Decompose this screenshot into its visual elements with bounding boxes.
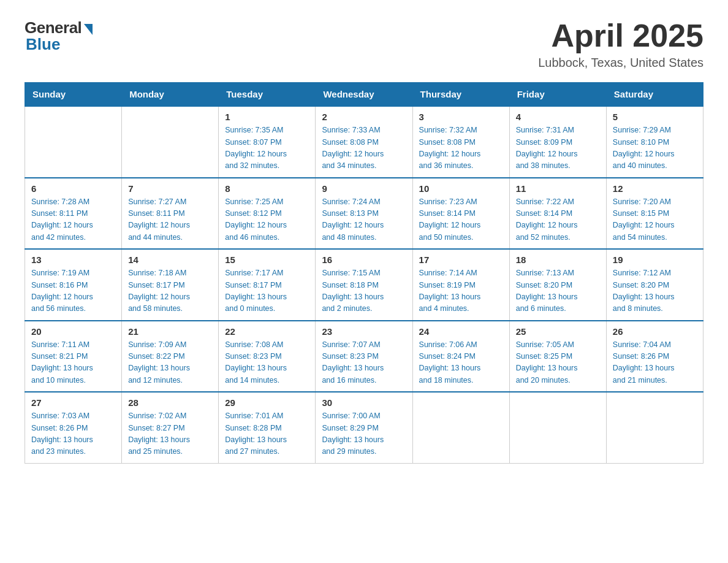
calendar-cell: 17Sunrise: 7:14 AMSunset: 8:19 PMDayligh…	[412, 249, 509, 321]
calendar-cell: 29Sunrise: 7:01 AMSunset: 8:28 PMDayligh…	[219, 392, 316, 463]
calendar-cell	[25, 106, 122, 178]
day-info: Sunrise: 7:29 AMSunset: 8:10 PMDaylight:…	[613, 124, 697, 172]
calendar-cell: 23Sunrise: 7:07 AMSunset: 8:23 PMDayligh…	[316, 321, 412, 393]
day-info: Sunrise: 7:28 AMSunset: 8:11 PMDaylight:…	[31, 196, 115, 244]
calendar-cell: 25Sunrise: 7:05 AMSunset: 8:25 PMDayligh…	[509, 321, 606, 393]
day-number: 13	[31, 255, 115, 265]
calendar-cell: 26Sunrise: 7:04 AMSunset: 8:26 PMDayligh…	[606, 321, 703, 393]
calendar-header-sunday: Sunday	[25, 83, 122, 107]
calendar-header-saturday: Saturday	[606, 83, 703, 107]
day-info: Sunrise: 7:20 AMSunset: 8:15 PMDaylight:…	[613, 196, 697, 244]
day-number: 2	[322, 112, 406, 122]
day-info: Sunrise: 7:01 AMSunset: 8:28 PMDaylight:…	[225, 410, 309, 458]
day-number: 16	[322, 255, 406, 265]
calendar-header-thursday: Thursday	[412, 83, 509, 107]
day-number: 17	[419, 255, 503, 265]
day-number: 27	[31, 397, 115, 408]
calendar-header-friday: Friday	[509, 83, 606, 107]
day-info: Sunrise: 7:17 AMSunset: 8:17 PMDaylight:…	[225, 267, 309, 315]
day-info: Sunrise: 7:22 AMSunset: 8:14 PMDaylight:…	[516, 196, 600, 244]
title-block: April 2025 Lubbock, Texas, United States	[538, 18, 703, 70]
day-number: 22	[225, 326, 309, 337]
day-info: Sunrise: 7:08 AMSunset: 8:23 PMDaylight:…	[225, 339, 309, 387]
page-header: General Blue April 2025 Lubbock, Texas, …	[25, 18, 703, 70]
calendar-cell: 5Sunrise: 7:29 AMSunset: 8:10 PMDaylight…	[606, 106, 703, 178]
day-number: 3	[419, 112, 503, 122]
day-number: 15	[225, 255, 309, 265]
day-info: Sunrise: 7:32 AMSunset: 8:08 PMDaylight:…	[419, 124, 503, 172]
week-row-3: 13Sunrise: 7:19 AMSunset: 8:16 PMDayligh…	[25, 249, 703, 321]
week-row-2: 6Sunrise: 7:28 AMSunset: 8:11 PMDaylight…	[25, 178, 703, 250]
location-text: Lubbock, Texas, United States	[538, 56, 703, 70]
calendar-cell: 2Sunrise: 7:33 AMSunset: 8:08 PMDaylight…	[316, 106, 412, 178]
day-info: Sunrise: 7:09 AMSunset: 8:22 PMDaylight:…	[128, 339, 212, 387]
day-number: 18	[516, 255, 600, 265]
calendar-cell	[122, 106, 219, 178]
week-row-1: 1Sunrise: 7:35 AMSunset: 8:07 PMDaylight…	[25, 106, 703, 178]
calendar-cell: 24Sunrise: 7:06 AMSunset: 8:24 PMDayligh…	[412, 321, 509, 393]
day-info: Sunrise: 7:25 AMSunset: 8:12 PMDaylight:…	[225, 196, 309, 244]
day-info: Sunrise: 7:23 AMSunset: 8:14 PMDaylight:…	[419, 196, 503, 244]
day-info: Sunrise: 7:13 AMSunset: 8:20 PMDaylight:…	[516, 267, 600, 315]
calendar-header-row: SundayMondayTuesdayWednesdayThursdayFrid…	[25, 83, 703, 107]
day-number: 20	[31, 326, 115, 337]
day-info: Sunrise: 7:06 AMSunset: 8:24 PMDaylight:…	[419, 339, 503, 387]
day-info: Sunrise: 7:12 AMSunset: 8:20 PMDaylight:…	[613, 267, 697, 315]
month-title: April 2025	[538, 18, 703, 53]
calendar-cell: 28Sunrise: 7:02 AMSunset: 8:27 PMDayligh…	[122, 392, 219, 463]
calendar-header-wednesday: Wednesday	[316, 83, 412, 107]
day-info: Sunrise: 7:33 AMSunset: 8:08 PMDaylight:…	[322, 124, 406, 172]
day-number: 28	[128, 397, 212, 408]
day-number: 25	[516, 326, 600, 337]
day-info: Sunrise: 7:19 AMSunset: 8:16 PMDaylight:…	[31, 267, 115, 315]
logo-arrow-icon	[84, 24, 93, 35]
calendar-cell: 21Sunrise: 7:09 AMSunset: 8:22 PMDayligh…	[122, 321, 219, 393]
day-number: 7	[128, 183, 212, 194]
day-info: Sunrise: 7:03 AMSunset: 8:26 PMDaylight:…	[31, 410, 115, 458]
day-info: Sunrise: 7:18 AMSunset: 8:17 PMDaylight:…	[128, 267, 212, 315]
day-info: Sunrise: 7:15 AMSunset: 8:18 PMDaylight:…	[322, 267, 406, 315]
calendar-cell: 11Sunrise: 7:22 AMSunset: 8:14 PMDayligh…	[509, 178, 606, 250]
calendar-table: SundayMondayTuesdayWednesdayThursdayFrid…	[25, 82, 703, 464]
day-info: Sunrise: 7:11 AMSunset: 8:21 PMDaylight:…	[31, 339, 115, 387]
day-info: Sunrise: 7:05 AMSunset: 8:25 PMDaylight:…	[516, 339, 600, 387]
day-info: Sunrise: 7:07 AMSunset: 8:23 PMDaylight:…	[322, 339, 406, 387]
day-info: Sunrise: 7:27 AMSunset: 8:11 PMDaylight:…	[128, 196, 212, 244]
calendar-cell: 14Sunrise: 7:18 AMSunset: 8:17 PMDayligh…	[122, 249, 219, 321]
day-number: 5	[613, 112, 697, 122]
calendar-cell: 22Sunrise: 7:08 AMSunset: 8:23 PMDayligh…	[219, 321, 316, 393]
day-number: 9	[322, 183, 406, 194]
day-number: 21	[128, 326, 212, 337]
day-info: Sunrise: 7:04 AMSunset: 8:26 PMDaylight:…	[613, 339, 697, 387]
calendar-header-monday: Monday	[122, 83, 219, 107]
calendar-cell: 13Sunrise: 7:19 AMSunset: 8:16 PMDayligh…	[25, 249, 122, 321]
day-number: 19	[613, 255, 697, 265]
calendar-cell: 6Sunrise: 7:28 AMSunset: 8:11 PMDaylight…	[25, 178, 122, 250]
calendar-cell	[606, 392, 703, 463]
calendar-cell: 4Sunrise: 7:31 AMSunset: 8:09 PMDaylight…	[509, 106, 606, 178]
day-number: 26	[613, 326, 697, 337]
day-number: 24	[419, 326, 503, 337]
day-info: Sunrise: 7:24 AMSunset: 8:13 PMDaylight:…	[322, 196, 406, 244]
day-info: Sunrise: 7:35 AMSunset: 8:07 PMDaylight:…	[225, 124, 309, 172]
day-info: Sunrise: 7:14 AMSunset: 8:19 PMDaylight:…	[419, 267, 503, 315]
calendar-cell	[412, 392, 509, 463]
day-number: 14	[128, 255, 212, 265]
calendar-cell: 30Sunrise: 7:00 AMSunset: 8:29 PMDayligh…	[316, 392, 412, 463]
calendar-cell: 7Sunrise: 7:27 AMSunset: 8:11 PMDaylight…	[122, 178, 219, 250]
day-info: Sunrise: 7:02 AMSunset: 8:27 PMDaylight:…	[128, 410, 212, 458]
week-row-4: 20Sunrise: 7:11 AMSunset: 8:21 PMDayligh…	[25, 321, 703, 393]
calendar-cell: 20Sunrise: 7:11 AMSunset: 8:21 PMDayligh…	[25, 321, 122, 393]
day-number: 4	[516, 112, 600, 122]
calendar-cell: 9Sunrise: 7:24 AMSunset: 8:13 PMDaylight…	[316, 178, 412, 250]
day-number: 1	[225, 112, 309, 122]
day-number: 29	[225, 397, 309, 408]
logo-blue-text: Blue	[25, 35, 60, 54]
day-number: 6	[31, 183, 115, 194]
calendar-header-tuesday: Tuesday	[219, 83, 316, 107]
logo: General Blue	[25, 18, 93, 54]
calendar-cell: 16Sunrise: 7:15 AMSunset: 8:18 PMDayligh…	[316, 249, 412, 321]
calendar-cell: 8Sunrise: 7:25 AMSunset: 8:12 PMDaylight…	[219, 178, 316, 250]
calendar-cell	[509, 392, 606, 463]
calendar-cell: 1Sunrise: 7:35 AMSunset: 8:07 PMDaylight…	[219, 106, 316, 178]
